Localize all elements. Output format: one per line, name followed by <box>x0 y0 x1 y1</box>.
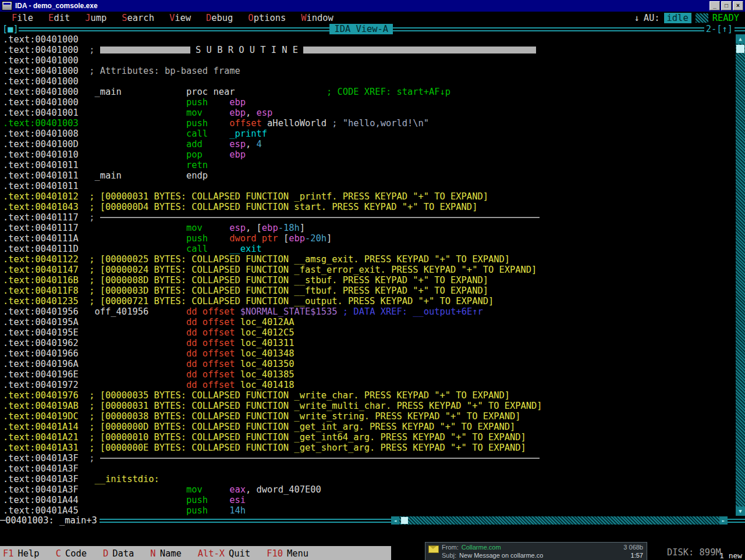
listing-line[interactable]: .text:00401A3F mov eax, dword_407E00 <box>3 484 736 495</box>
scroll-down-icon[interactable]: ▼ <box>736 507 745 516</box>
listing-line[interactable]: .text:00401956 off_401956 dd offset $NOR… <box>3 306 736 317</box>
listing-line[interactable]: .text:004019DC ; [00000038 BYTES: COLLAP… <box>3 411 736 422</box>
mail-notification-popup[interactable]: From: Collarme.com 3 068b Subj: New Mess… <box>425 542 647 560</box>
listing-line[interactable]: .text:00401011 <box>3 181 736 191</box>
listing-line[interactable]: .text:00401966 dd offset loc_401348 <box>3 348 736 359</box>
horizontal-scroll-thumb[interactable] <box>401 517 408 524</box>
listing-line[interactable]: .text:00401011 _main endp <box>3 170 736 181</box>
menu-item-debug[interactable]: Debug <box>206 13 233 23</box>
menu-hotkey: S <box>122 13 127 23</box>
vertical-scrollbar[interactable]: ▲ ▼ <box>736 34 745 516</box>
scroll-up-icon[interactable]: ▲ <box>736 34 745 44</box>
view-close-button[interactable]: [■] <box>2 24 19 34</box>
listing-line[interactable]: .text:00401A44 push esi <box>3 495 736 505</box>
listing-line[interactable]: .text:00401012 ; [00000031 BYTES: COLLAP… <box>3 191 736 202</box>
listing-line[interactable]: .text:00401A3F ; <box>3 453 736 463</box>
listing-line[interactable]: .text:004019AB ; [00000031 BYTES: COLLAP… <box>3 401 736 411</box>
listing-line[interactable]: .text:0040195A dd offset loc_4012AA <box>3 317 736 327</box>
code-text <box>208 129 229 139</box>
listing-line[interactable]: .text:00401147 ; [00000024 BYTES: COLLAP… <box>3 265 736 275</box>
listing-line[interactable]: .text:0040196A dd offset loc_401350 <box>3 359 736 369</box>
menu-item-options[interactable]: Options <box>248 13 286 23</box>
listing-line[interactable]: .text:00401000 ; Attributes: bp-based fr… <box>3 66 736 76</box>
close-button[interactable]: × <box>733 1 743 10</box>
menu-item-jump[interactable]: Jump <box>85 13 107 23</box>
code-text <box>79 233 186 244</box>
code-text: -20h <box>305 233 327 244</box>
listing-line[interactable]: .text:00401976 ; [00000035 BYTES: COLLAP… <box>3 390 736 401</box>
listing-line[interactable]: .text:00401043 ; [000000D4 BYTES: COLLAP… <box>3 202 736 212</box>
listing-line[interactable]: .text:00401A45 push 14h <box>3 505 736 516</box>
notification-sender-link[interactable]: Collarme.com <box>462 544 501 551</box>
menu-item-view[interactable]: View <box>169 13 191 23</box>
listing-line[interactable]: .text:00401A3F __initstdio: <box>3 474 736 484</box>
listing-line[interactable]: .text:00401000 ; S U B R O U T I N E <box>3 45 736 55</box>
listing-line[interactable]: .text:0040111A push dword ptr [ebp-20h] <box>3 233 736 244</box>
code-text: .text:0040195E <box>3 327 79 338</box>
listing-line[interactable]: .text:00401008 call _printf <box>3 129 736 139</box>
listing-line[interactable]: .text:00401235 ; [00000721 BYTES: COLLAP… <box>3 296 736 306</box>
listing-line[interactable]: .text:00401962 dd offset loc_401311 <box>3 338 736 348</box>
menu-item-edit[interactable]: Edit <box>48 13 70 23</box>
fkey-data[interactable]: DData <box>103 548 134 559</box>
listing-line[interactable]: .text:00401000 <box>3 76 736 87</box>
view-window-number[interactable]: 2-[↑] <box>704 24 735 34</box>
code-text: , <box>246 139 257 149</box>
code-text: loc_401311 <box>240 338 295 348</box>
listing-line[interactable]: .text:00401117 ; <box>3 212 736 223</box>
listing-line[interactable]: .text:0040116B ; [0000008D BYTES: COLLAP… <box>3 275 736 286</box>
code-text <box>79 317 186 327</box>
scroll-left-icon[interactable]: ◄ <box>391 516 399 525</box>
code-text: eax <box>229 484 246 495</box>
code-text: .text:00401117 <box>3 212 79 223</box>
listing-line[interactable]: .text:00401A14 ; [0000000D BYTES: COLLAP… <box>3 422 736 432</box>
fkey-name[interactable]: NName <box>150 548 181 559</box>
code-text <box>79 244 186 254</box>
listing-line[interactable]: .text:00401001 mov ebp, esp <box>3 108 736 118</box>
scroll-right-icon[interactable]: ► <box>719 516 728 525</box>
listing-line[interactable]: .text:004011F8 ; [0000003D BYTES: COLLAP… <box>3 286 736 296</box>
listing-line[interactable]: .text:00401000 push ebp <box>3 97 736 108</box>
listing-line[interactable]: .text:0040196E dd offset loc_401385 <box>3 369 736 380</box>
fkey-code[interactable]: CCode <box>56 548 87 559</box>
horizontal-scrollbar[interactable]: ◄ ► <box>391 516 728 525</box>
listing-line[interactable]: .text:00401000 <box>3 34 736 45</box>
fkey-quit[interactable]: Alt-XQuit <box>198 548 250 559</box>
listing-line[interactable]: .text:0040100D add esp, 4 <box>3 139 736 149</box>
listing-line[interactable]: .text:0040195E dd offset loc_4012C5 <box>3 327 736 338</box>
fkey-help[interactable]: F1Help <box>3 548 40 559</box>
maximize-button[interactable]: □ <box>721 1 732 10</box>
code-text <box>79 129 186 139</box>
listing-line[interactable]: .text:00401A31 ; [0000000E BYTES: COLLAP… <box>3 443 736 453</box>
app-icon <box>2 1 12 10</box>
code-text: .text:00401976 ; [00000035 BYTES: COLLAP… <box>3 390 510 401</box>
notification-size: 3 068b <box>623 544 643 551</box>
listing-line[interactable]: .text:00401972 dd offset loc_401418 <box>3 380 736 390</box>
code-text: call <box>186 129 208 139</box>
listing-line[interactable]: .text:0040111D call __exit <box>3 244 736 254</box>
code-text: .text:00401000 <box>3 87 79 97</box>
listing-line[interactable]: .text:00401A3F <box>3 463 736 474</box>
listing-line[interactable]: .text:00401011 retn <box>3 160 736 170</box>
listing-line[interactable]: .text:00401000 <box>3 55 736 66</box>
listing-line[interactable]: .text:00401000 _main proc near ; CODE XR… <box>3 87 736 97</box>
notification-subject-row: Subj: New Message on collarme.co 1:57 <box>442 552 643 559</box>
window-controls: _ □ × <box>709 1 743 10</box>
minimize-button[interactable]: _ <box>709 1 720 10</box>
window-titlebar[interactable]: IDA - demo_comsole.exe _ □ × <box>0 0 745 12</box>
listing-line[interactable]: .text:00401117 mov esp, [ebp-18h] <box>3 223 736 233</box>
menu-item-file[interactable]: File <box>12 13 33 23</box>
menu-item-search[interactable]: Search <box>122 13 154 23</box>
listing-line[interactable]: .text:00401122 ; [00000025 BYTES: COLLAP… <box>3 254 736 265</box>
fkey-label: Name <box>160 548 182 559</box>
listing-line[interactable]: .text:00401010 pop ebp <box>3 149 736 160</box>
listing-line[interactable]: .text:00401003 push offset aHelloWorld ;… <box>3 118 736 129</box>
code-text: ; <box>79 453 100 463</box>
listing-line[interactable]: .text:00401A21 ; [00000010 BYTES: COLLAP… <box>3 432 736 443</box>
code-text: .text:00401117 <box>3 223 79 233</box>
fkey-menu[interactable]: F10Menu <box>267 548 308 559</box>
code-text: $NORMAL_STATE$1535 <box>240 306 338 317</box>
view-title[interactable]: IDA View-A <box>329 24 393 34</box>
menu-item-window[interactable]: Window <box>301 13 334 23</box>
vertical-scroll-thumb[interactable] <box>736 45 744 53</box>
